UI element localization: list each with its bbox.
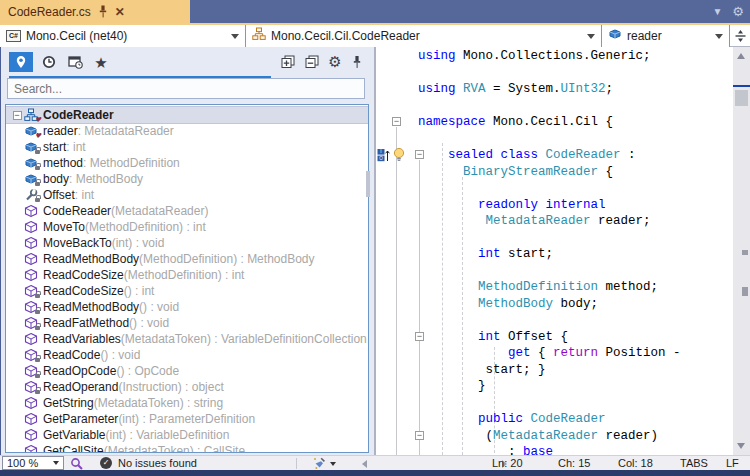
code-line[interactable] bbox=[376, 395, 733, 412]
list-item[interactable]: body : MethodBody bbox=[6, 171, 368, 187]
code-line[interactable] bbox=[376, 131, 733, 148]
member-signature: (Instruction) : object bbox=[118, 380, 223, 394]
scrollbar-thumb[interactable] bbox=[735, 90, 748, 106]
scroll-down-arrow-icon[interactable] bbox=[737, 443, 745, 449]
close-tab-icon[interactable]: ✕ bbox=[115, 6, 125, 18]
split-window-button[interactable] bbox=[730, 25, 750, 46]
code-line[interactable]: MethodBody body; bbox=[376, 296, 733, 313]
tab-favorites-star-icon[interactable]: ★ bbox=[89, 52, 113, 72]
list-item[interactable]: ReadOperand (Instruction) : object bbox=[6, 379, 368, 395]
lock-badge-icon bbox=[35, 358, 40, 362]
code-line[interactable]: readonly internal bbox=[376, 197, 733, 214]
collapse-box-icon[interactable]: − bbox=[392, 117, 401, 126]
code-line[interactable] bbox=[376, 312, 733, 329]
code-line[interactable] bbox=[376, 263, 733, 280]
code-line[interactable]: using RVA = System.UInt32; bbox=[376, 81, 733, 98]
type-dropdown[interactable]: Mono.Cecil.Cil.CodeReader bbox=[246, 25, 602, 47]
zoom-level-dropdown[interactable]: 100 % bbox=[2, 456, 64, 470]
editor-vertical-scrollbar[interactable] bbox=[733, 47, 750, 455]
collapse-box-icon[interactable]: − bbox=[415, 431, 424, 440]
tabs-mode-indicator[interactable]: TABS bbox=[680, 457, 726, 469]
list-item[interactable]: ReadCodeSize() : int bbox=[6, 283, 368, 299]
list-item[interactable]: MoveBackTo (int) : void bbox=[6, 235, 368, 251]
pin-tab-icon[interactable] bbox=[99, 5, 107, 18]
tab-pending-changes-icon[interactable] bbox=[63, 52, 87, 72]
list-item[interactable]: ♥reader : MetadataReader bbox=[6, 123, 368, 139]
collapse-box-icon[interactable]: − bbox=[415, 332, 424, 341]
inheritance-margin-icon[interactable]: IO bbox=[377, 147, 390, 167]
collapse-box-icon[interactable]: − bbox=[415, 150, 424, 159]
member-tree: −♥CodeReader♥reader : MetadataReaderstar… bbox=[5, 104, 369, 453]
method-icon bbox=[24, 396, 41, 410]
field-icon bbox=[24, 172, 41, 186]
document-tab[interactable]: CodeReader.cs ✕ bbox=[0, 0, 190, 23]
member-signature: (int) : VariableDefinition bbox=[105, 428, 229, 442]
code-line[interactable]: int start; bbox=[376, 246, 733, 263]
options-gear-icon[interactable]: ⚙ bbox=[732, 5, 744, 19]
code-line[interactable]: start; } bbox=[376, 362, 733, 379]
search-input[interactable] bbox=[7, 78, 365, 99]
tree-expander-icon[interactable]: − bbox=[10, 107, 24, 123]
list-item[interactable]: −♥CodeReader bbox=[6, 107, 368, 123]
list-item[interactable]: ReadOpCode() : OpCode bbox=[6, 363, 368, 379]
method-icon bbox=[24, 332, 41, 346]
list-item[interactable]: GetCallSite (MetadataToken) : CallSite bbox=[6, 443, 368, 453]
code-editor[interactable]: using Mono.Collections.Generic;using RVA… bbox=[374, 47, 733, 455]
list-item[interactable]: ReadVariables (MetadataToken) : Variable… bbox=[6, 331, 368, 347]
list-item[interactable]: CodeReader (MetadataReader) bbox=[6, 203, 368, 219]
member-signature: (MethodDefinition) : int bbox=[124, 268, 245, 282]
line-ending-indicator[interactable]: LF bbox=[726, 457, 744, 469]
list-item[interactable]: ReadCodeSize (MethodDefinition) : int bbox=[6, 267, 368, 283]
window-position-chevron-icon[interactable]: ▼ bbox=[712, 6, 722, 18]
code-line[interactable]: MetadataReader reader; bbox=[376, 213, 733, 230]
code-line[interactable]: −namespace Mono.Cecil.Cil { bbox=[376, 114, 733, 131]
method-icon bbox=[24, 220, 41, 234]
list-item[interactable]: start : int bbox=[6, 139, 368, 155]
list-item[interactable]: ReadMethodBody (MethodDefinition) : Meth… bbox=[6, 251, 368, 267]
method-icon bbox=[24, 380, 41, 394]
list-item[interactable]: GetString (MetadataToken) : string bbox=[6, 395, 368, 411]
scroll-up-arrow-icon[interactable] bbox=[737, 53, 745, 59]
member-dropdown[interactable]: reader bbox=[602, 25, 730, 47]
list-item[interactable]: GetVariable (int) : VariableDefinition bbox=[6, 427, 368, 443]
member-name: GetVariable bbox=[43, 428, 105, 442]
document-health-indicator[interactable]: ✓ No issues found bbox=[100, 456, 197, 470]
code-line[interactable]: BinaryStreamReader { bbox=[376, 164, 733, 181]
member-name: CodeReader bbox=[43, 204, 111, 218]
project-dropdown[interactable]: C# Mono.Cecil (net40) bbox=[0, 25, 246, 47]
code-line[interactable]: get { return Position - bbox=[376, 345, 733, 362]
list-item[interactable]: method : MethodDefinition bbox=[6, 155, 368, 171]
code-line[interactable]: using Mono.Collections.Generic; bbox=[376, 48, 733, 65]
code-line[interactable]: − (MetadataReader reader) bbox=[376, 428, 733, 445]
code-line[interactable]: − sealed class CodeReader : bbox=[376, 147, 733, 164]
list-item[interactable]: MoveTo (MethodDefinition) : int bbox=[6, 219, 368, 235]
method-icon bbox=[24, 300, 41, 314]
member-signature: (MethodDefinition) : int bbox=[85, 220, 206, 234]
code-line[interactable] bbox=[376, 98, 733, 115]
code-line[interactable]: − int Offset { bbox=[376, 329, 733, 346]
list-item[interactable]: ReadFatMethod() : void bbox=[6, 315, 368, 331]
code-line[interactable]: public CodeReader bbox=[376, 411, 733, 428]
tab-history-clock-icon[interactable] bbox=[37, 52, 61, 72]
list-item[interactable]: ReadCode() : void bbox=[6, 347, 368, 363]
code-line[interactable] bbox=[376, 180, 733, 197]
tab-outline-pin-icon[interactable] bbox=[9, 52, 33, 72]
code-line[interactable]: MethodDefinition method; bbox=[376, 279, 733, 296]
collapse-all-icon[interactable] bbox=[299, 52, 323, 72]
code-line[interactable] bbox=[376, 65, 733, 82]
settings-gear-icon[interactable]: ⚙ bbox=[323, 52, 347, 72]
list-item[interactable]: Offset : int bbox=[6, 187, 368, 203]
broom-icon bbox=[312, 457, 326, 470]
code-line[interactable]: : base bbox=[376, 444, 733, 455]
code-cleanup-button[interactable] bbox=[312, 457, 336, 470]
tree-scrollbar-thumb[interactable] bbox=[366, 171, 370, 197]
lightbulb-icon[interactable] bbox=[392, 147, 406, 167]
code-line[interactable]: } bbox=[376, 378, 733, 395]
list-item[interactable]: ReadMethodBody() : void bbox=[6, 299, 368, 315]
list-item[interactable]: GetParameter (int) : ParameterDefinition bbox=[6, 411, 368, 427]
code-line[interactable] bbox=[376, 230, 733, 247]
expand-all-icon[interactable] bbox=[275, 52, 299, 72]
panel-toolbar: ★ ⚙ bbox=[1, 52, 373, 72]
hscroll-left-arrow-icon[interactable] bbox=[362, 460, 367, 468]
pin-panel-icon[interactable] bbox=[345, 52, 369, 72]
